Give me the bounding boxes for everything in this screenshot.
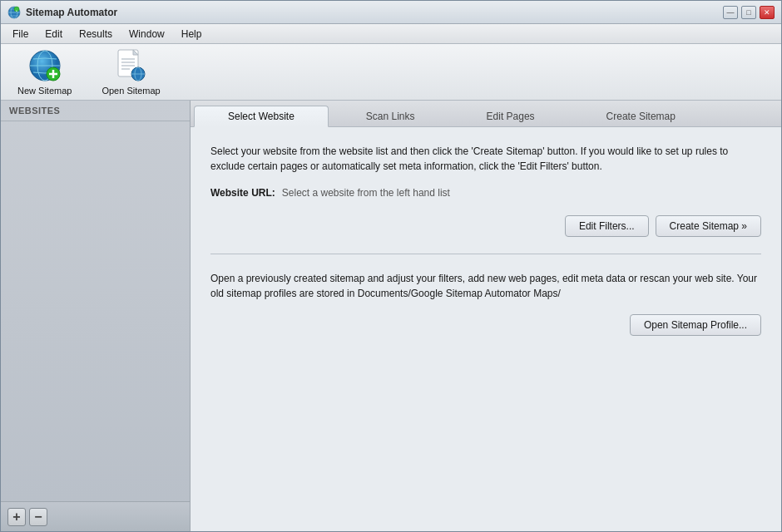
remove-website-button[interactable]: − — [29, 508, 47, 526]
url-row: Website URL: Select a website from the l… — [210, 187, 761, 199]
open-sitemap-profile-button[interactable]: Open Sitemap Profile... — [630, 314, 761, 336]
new-sitemap-icon — [28, 49, 62, 82]
section-open-profile: Open a previously created sitemap and ad… — [210, 271, 761, 336]
titlebar: + Sitemap Automator — □ ✕ — [1, 1, 781, 24]
window-controls: — □ ✕ — [723, 6, 775, 19]
sidebar-header: WEBSITES — [1, 101, 190, 121]
add-website-button[interactable]: + — [7, 508, 26, 526]
toolbar: New Sitemap Open Sitemap — [1, 44, 781, 101]
close-button[interactable]: ✕ — [760, 6, 775, 19]
content-panel: Select Website Scan Links Edit Pages Cre… — [191, 101, 781, 531]
create-sitemap-button[interactable]: Create Sitemap » — [656, 215, 761, 237]
open-sitemap-label: Open Sitemap — [101, 86, 160, 96]
sidebar-list — [1, 121, 190, 501]
minimize-button[interactable]: — — [723, 6, 738, 19]
tab-edit-pages[interactable]: Edit Pages — [453, 106, 569, 126]
new-sitemap-button[interactable]: New Sitemap — [11, 46, 78, 99]
url-value: Select a website from the left hand list — [282, 187, 450, 199]
content-body: Select your website from the website lis… — [191, 127, 781, 531]
open-sitemap-button[interactable]: Open Sitemap — [95, 46, 166, 99]
tab-scan-links[interactable]: Scan Links — [332, 106, 449, 126]
maximize-button[interactable]: □ — [741, 6, 756, 19]
url-label: Website URL: — [210, 187, 275, 199]
main-window: + Sitemap Automator — □ ✕ File Edit Resu… — [0, 0, 782, 532]
window-title: Sitemap Automator — [26, 7, 718, 18]
titlebar-icon: + — [7, 6, 21, 19]
main-area: WEBSITES + − Select Website Scan Links E… — [1, 101, 781, 531]
menubar: File Edit Results Window Help — [1, 24, 781, 44]
tab-create-sitemap[interactable]: Create Sitemap — [572, 106, 710, 126]
sidebar-footer: + − — [1, 501, 190, 531]
open-sitemap-icon — [116, 49, 146, 82]
section1-buttons: Edit Filters... Create Sitemap » — [210, 215, 761, 237]
section2-description: Open a previously created sitemap and ad… — [210, 271, 761, 301]
tab-select-website[interactable]: Select Website — [194, 106, 329, 127]
menu-help[interactable]: Help — [173, 27, 210, 42]
menu-results[interactable]: Results — [71, 27, 121, 42]
new-sitemap-label: New Sitemap — [17, 86, 72, 96]
section-divider — [210, 254, 761, 254]
edit-filters-button[interactable]: Edit Filters... — [565, 215, 649, 237]
tab-bar: Select Website Scan Links Edit Pages Cre… — [191, 101, 781, 127]
section2-buttons: Open Sitemap Profile... — [210, 314, 761, 336]
section1-description: Select your website from the website lis… — [210, 144, 761, 174]
menu-file[interactable]: File — [4, 27, 37, 42]
section-select-website: Select your website from the website lis… — [210, 144, 761, 237]
sidebar: WEBSITES + − — [1, 101, 191, 531]
menu-window[interactable]: Window — [121, 27, 173, 42]
menu-edit[interactable]: Edit — [37, 27, 71, 42]
